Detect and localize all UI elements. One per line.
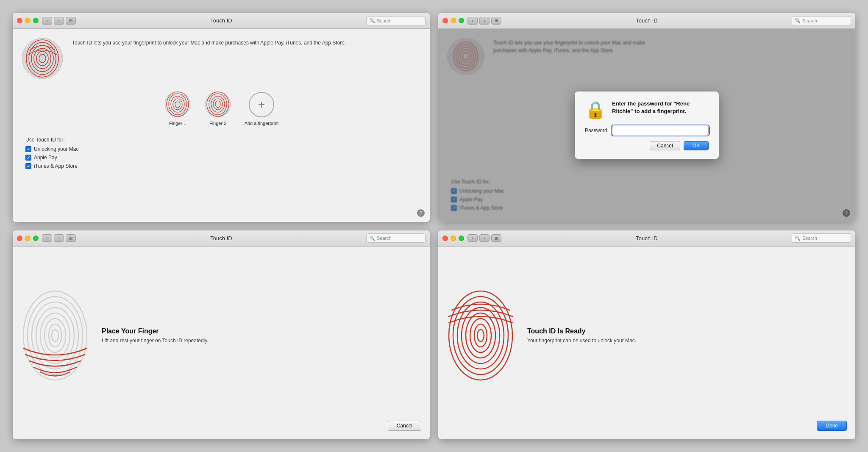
minimize-button[interactable] bbox=[25, 18, 31, 23]
nav-buttons-bl: ‹ › bbox=[42, 234, 64, 242]
titlebar-bottom-left: ‹ › ⊞ Touch ID 🔍 Search bbox=[13, 230, 430, 247]
search-icon-bl: 🔍 bbox=[369, 236, 375, 241]
window-bottom-right: ‹ › ⊞ Touch ID 🔍 Search bbox=[438, 230, 855, 440]
dialog-header: 🔒 Enter the password for "Rene Ritchie" … bbox=[585, 100, 709, 120]
svg-point-0 bbox=[22, 38, 63, 79]
window-content-bottom-right: Touch ID Is Ready Your fingerprint can b… bbox=[438, 247, 855, 440]
close-button-tr[interactable] bbox=[442, 18, 448, 23]
maximize-button-tr[interactable] bbox=[459, 18, 464, 23]
fingerprint-full-red bbox=[447, 289, 515, 382]
finger-2-item[interactable]: Finger 2 bbox=[204, 91, 232, 126]
touchid-ready-heading: Touch ID Is Ready bbox=[527, 327, 636, 335]
svg-point-32 bbox=[52, 330, 58, 341]
svg-point-39 bbox=[474, 324, 487, 347]
window-content-top-left: Touch ID lets you use your fingerprint t… bbox=[13, 29, 430, 222]
checkbox-applepay-box[interactable] bbox=[25, 155, 31, 161]
back-button[interactable]: ‹ bbox=[42, 17, 52, 25]
svg-point-31 bbox=[49, 324, 61, 347]
forward-button[interactable]: › bbox=[54, 17, 64, 25]
grid-button-tr[interactable]: ⊞ bbox=[491, 17, 501, 25]
window-top-right: ‹ › ⊞ Touch ID 🔍 Search Touch ID lets yo bbox=[438, 13, 855, 222]
dialog-overlay: 🔒 Enter the password for "Rene Ritchie" … bbox=[438, 29, 855, 222]
traffic-lights-tr bbox=[442, 18, 464, 23]
titlebar-top-left: ‹ › ⊞ Touch ID 🔍 Search bbox=[13, 13, 430, 29]
grid-button-bl[interactable]: ⊞ bbox=[66, 234, 76, 242]
done-button[interactable]: Done bbox=[817, 421, 847, 431]
touchid-ready-description: Your fingerprint can be used to unlock y… bbox=[527, 338, 636, 344]
minimize-button-tr[interactable] bbox=[451, 18, 456, 23]
search-bar-tr[interactable]: 🔍 Search bbox=[792, 16, 851, 25]
add-fingerprint-button[interactable]: + bbox=[249, 92, 274, 117]
forward-button-br[interactable]: › bbox=[479, 234, 490, 242]
finger-1-label: Finger 1 bbox=[169, 121, 186, 126]
finger-2-label: Finger 2 bbox=[209, 121, 226, 126]
window-title: Touch ID bbox=[210, 17, 232, 24]
add-fingerprint-item[interactable]: + Add a fingerprint bbox=[245, 92, 279, 126]
maximize-button-bl[interactable] bbox=[33, 236, 39, 241]
search-placeholder-br: Search bbox=[802, 236, 817, 241]
password-row: Password: bbox=[585, 126, 709, 135]
fingers-row: Finger 1 Finger 2 + bbox=[21, 86, 421, 130]
checkbox-applepay[interactable]: Apple Pay bbox=[25, 155, 421, 161]
checkbox-itunes[interactable]: iTunes & App Store bbox=[25, 163, 421, 169]
finger-1-item[interactable]: Finger 1 bbox=[164, 91, 192, 126]
window-content-top-right: Touch ID lets you use your fingerprint t… bbox=[438, 29, 855, 222]
back-button-br[interactable]: ‹ bbox=[467, 234, 478, 242]
checkbox-unlocking-label: Unlocking your Mac bbox=[34, 146, 78, 152]
traffic-lights-br bbox=[442, 236, 464, 241]
titlebar-top-right: ‹ › ⊞ Touch ID 🔍 Search bbox=[438, 13, 855, 29]
close-button-br[interactable] bbox=[442, 236, 448, 241]
grid-button-br[interactable]: ⊞ bbox=[491, 234, 501, 242]
dialog-title: Enter the password for "Rene Ritchie" to… bbox=[612, 100, 709, 115]
checkbox-unlocking-box[interactable] bbox=[25, 146, 31, 152]
checkbox-unlocking[interactable]: Unlocking your Mac bbox=[25, 146, 421, 152]
back-button-bl[interactable]: ‹ bbox=[42, 234, 52, 242]
cancel-button-bl[interactable]: Cancel bbox=[388, 421, 421, 431]
cancel-row: Cancel bbox=[21, 416, 421, 431]
maximize-button[interactable] bbox=[33, 18, 39, 23]
titlebar-bottom-right: ‹ › ⊞ Touch ID 🔍 Search bbox=[438, 230, 855, 247]
search-placeholder-bl: Search bbox=[377, 236, 392, 241]
done-row: Done bbox=[447, 416, 847, 431]
touchid-ready-text: Touch ID Is Ready Your fingerprint can b… bbox=[527, 327, 636, 344]
nav-buttons-br: ‹ › bbox=[467, 234, 490, 242]
checkbox-itunes-box[interactable] bbox=[25, 163, 31, 169]
search-icon-br: 🔍 bbox=[795, 236, 801, 241]
touchid-ready-main: Touch ID Is Ready Your fingerprint can b… bbox=[447, 255, 847, 417]
window-title-br: Touch ID bbox=[636, 235, 657, 241]
search-bar-bl[interactable]: 🔍 Search bbox=[366, 233, 426, 243]
password-label: Password: bbox=[585, 128, 609, 133]
nav-buttons: ‹ › bbox=[42, 17, 64, 25]
search-placeholder: Search bbox=[377, 18, 392, 23]
top-section: Touch ID lets you use your fingerprint t… bbox=[21, 37, 421, 80]
search-placeholder-tr: Search bbox=[802, 18, 817, 23]
fingerprint-partial bbox=[21, 289, 89, 382]
finger-1-icon bbox=[164, 91, 192, 118]
search-bar-br[interactable]: 🔍 Search bbox=[792, 233, 851, 243]
help-button[interactable]: ? bbox=[417, 209, 425, 217]
minimize-button-bl[interactable] bbox=[25, 236, 31, 241]
maximize-button-br[interactable] bbox=[459, 236, 464, 241]
checkbox-itunes-label: iTunes & App Store bbox=[34, 163, 78, 169]
minimize-button-br[interactable] bbox=[451, 236, 456, 241]
place-finger-text: Place Your Finger Lift and rest your fin… bbox=[102, 327, 209, 344]
close-button-bl[interactable] bbox=[17, 236, 22, 241]
traffic-lights bbox=[17, 18, 39, 23]
password-dialog: 🔒 Enter the password for "Rene Ritchie" … bbox=[575, 92, 719, 159]
search-bar[interactable]: 🔍 Search bbox=[366, 16, 426, 25]
place-finger-content: Place Your Finger Lift and rest your fin… bbox=[21, 255, 421, 431]
ok-button-dialog[interactable]: OK bbox=[684, 141, 709, 150]
cancel-button-dialog[interactable]: Cancel bbox=[650, 141, 680, 150]
description: Touch ID lets you use your fingerprint t… bbox=[72, 37, 346, 47]
password-input[interactable] bbox=[612, 126, 709, 135]
lock-icon: 🔒 bbox=[585, 100, 606, 120]
grid-button[interactable]: ⊞ bbox=[66, 17, 76, 25]
forward-button-bl[interactable]: › bbox=[54, 234, 64, 242]
svg-point-40 bbox=[477, 330, 484, 341]
dialog-buttons: Cancel OK bbox=[585, 141, 709, 150]
checkboxes-section: Use Touch ID for: Unlocking your Mac App… bbox=[21, 137, 421, 172]
forward-button-tr[interactable]: › bbox=[479, 17, 490, 25]
back-button-tr[interactable]: ‹ bbox=[467, 17, 478, 25]
window-title-tr: Touch ID bbox=[636, 17, 657, 24]
close-button[interactable] bbox=[17, 18, 22, 23]
